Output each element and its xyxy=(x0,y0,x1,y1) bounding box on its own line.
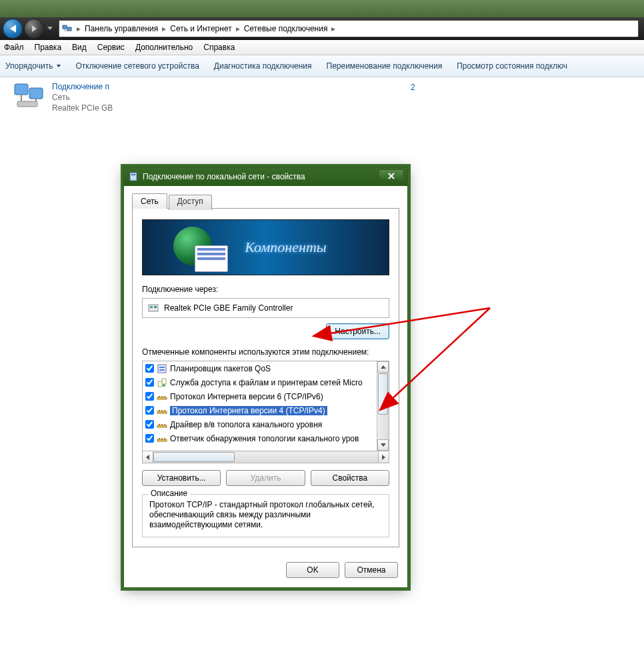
component-name: Ответчик обнаружения топологии канальног… xyxy=(170,434,359,443)
svg-rect-3 xyxy=(29,88,43,99)
svg-rect-25 xyxy=(159,424,160,425)
connection-list-item-2-fragment[interactable]: 2 xyxy=(411,83,415,92)
menu-advanced[interactable]: Дополнительно xyxy=(135,43,193,52)
tab-network[interactable]: Сеть xyxy=(132,193,167,209)
component-row[interactable]: Служба доступа к файлам и принтерам сете… xyxy=(143,375,377,389)
component-row[interactable]: Протокол Интернета версии 6 (TCP/IPv6) xyxy=(143,389,377,403)
tab-access[interactable]: Доступ xyxy=(169,195,212,210)
back-button[interactable] xyxy=(3,19,23,39)
svg-rect-12 xyxy=(159,369,165,371)
svg-rect-0 xyxy=(63,25,67,29)
svg-rect-31 xyxy=(164,438,165,439)
svg-rect-22 xyxy=(161,410,163,411)
vertical-scrollbar[interactable] xyxy=(377,361,389,451)
chevron-down-icon xyxy=(57,65,61,67)
disable-device-button[interactable]: Отключение сетевого устройства xyxy=(75,61,199,71)
ok-button[interactable]: OK xyxy=(286,562,339,578)
dialog-title: Подключение по локальной сети - свойства xyxy=(143,172,305,181)
nav-history-dropdown[interactable] xyxy=(45,19,55,38)
svg-rect-10 xyxy=(158,365,166,373)
connection-adapter: Realtek PCIe GB xyxy=(52,103,113,113)
window-titlebar xyxy=(0,0,644,17)
component-checkbox[interactable] xyxy=(145,406,154,415)
dialog-titlebar[interactable]: Подключение по локальной сети - свойства xyxy=(124,167,407,186)
status-button[interactable]: Просмотр состояния подключ xyxy=(457,61,567,71)
connection-title: Подключение п xyxy=(52,81,113,92)
component-checkbox[interactable] xyxy=(145,364,154,373)
organize-button[interactable]: Упорядочить xyxy=(5,61,61,71)
component-name: Драйвер в/в тополога канального уровня xyxy=(170,420,322,429)
scroll-right-button[interactable] xyxy=(378,451,389,463)
menu-bar: Файл Правка Вид Сервис Дополнительно Спр… xyxy=(0,40,644,55)
horizontal-scrollbar[interactable] xyxy=(142,451,389,463)
components-banner: Компоненты xyxy=(142,219,389,275)
menu-edit[interactable]: Правка xyxy=(35,43,62,52)
component-row[interactable]: Ответчик обнаружения топологии канальног… xyxy=(143,431,377,445)
adapter-name: Realtek PCIe GBE Family Controller xyxy=(164,303,293,313)
component-name: Планировщик пакетов QoS xyxy=(170,364,271,373)
menu-view[interactable]: Вид xyxy=(72,43,87,52)
svg-rect-24 xyxy=(157,425,167,427)
component-row[interactable]: Протокол Интернета версии 4 (TCP/IPv4) xyxy=(143,403,377,417)
cancel-button[interactable]: Отмена xyxy=(345,562,398,578)
component-icon xyxy=(157,405,167,416)
menu-tools[interactable]: Сервис xyxy=(97,43,125,52)
component-checkbox[interactable] xyxy=(145,434,154,443)
dialog-icon xyxy=(128,171,139,182)
svg-rect-13 xyxy=(158,381,162,387)
rename-button[interactable]: Переименование подключения xyxy=(327,61,443,71)
components-listbox[interactable]: Планировщик пакетов QoSСлужба доступа к … xyxy=(142,361,389,451)
scroll-thumb[interactable] xyxy=(378,373,388,415)
diagnose-button[interactable]: Диагностика подключения xyxy=(214,61,312,71)
component-row[interactable]: Планировщик пакетов QoS xyxy=(143,361,377,375)
component-checkbox[interactable] xyxy=(145,420,154,429)
component-checkbox[interactable] xyxy=(145,392,154,401)
breadcrumb-item[interactable]: Панель управления xyxy=(85,24,158,33)
svg-rect-17 xyxy=(159,396,160,397)
connection-network: Сеть xyxy=(52,92,113,103)
svg-rect-11 xyxy=(159,367,165,368)
breadcrumb-item[interactable]: Сеть и Интернет xyxy=(170,24,231,33)
svg-rect-20 xyxy=(157,411,167,413)
address-bar[interactable]: ▸ Панель управления ▸ Сеть и Интернет ▸ … xyxy=(59,20,639,37)
breadcrumb-separator: ▸ xyxy=(330,24,337,33)
menu-help[interactable]: Справка xyxy=(203,43,235,52)
svg-rect-5 xyxy=(130,173,137,181)
component-name: Протокол Интернета версии 4 (TCP/IPv4) xyxy=(170,406,327,415)
scroll-thumb[interactable] xyxy=(153,452,235,462)
svg-point-15 xyxy=(163,384,165,387)
svg-rect-2 xyxy=(15,84,28,95)
description-legend: Описание xyxy=(148,489,190,498)
chevron-right-icon xyxy=(382,455,385,460)
adapter-icon xyxy=(148,303,159,313)
adapter-field[interactable]: Realtek PCIe GBE Family Controller xyxy=(142,298,389,318)
svg-rect-6 xyxy=(131,174,135,175)
arrow-right-icon xyxy=(32,25,37,32)
component-row[interactable]: Драйвер в/в тополога канального уровня xyxy=(143,417,377,431)
menu-file[interactable]: Файл xyxy=(4,43,24,52)
scroll-up-button[interactable] xyxy=(377,361,389,373)
breadcrumb-item[interactable]: Сетевые подключения xyxy=(244,24,328,33)
properties-button[interactable]: Свойства xyxy=(311,470,389,486)
scroll-down-button[interactable] xyxy=(377,439,389,451)
component-checkbox[interactable] xyxy=(145,378,154,387)
tab-strip: Сеть Доступ xyxy=(132,193,399,209)
breadcrumb-separator: ▸ xyxy=(161,24,167,33)
breadcrumb-separator: ▸ xyxy=(235,24,241,33)
component-icon xyxy=(157,419,167,430)
connect-using-label: Подключение через: xyxy=(142,285,389,294)
svg-rect-9 xyxy=(154,306,157,308)
install-button[interactable]: Установить... xyxy=(142,470,221,486)
forward-button[interactable] xyxy=(24,19,44,39)
breadcrumb-separator: ▸ xyxy=(75,24,82,33)
configure-button[interactable]: Настроить... xyxy=(326,323,389,339)
content-area: Подключение п Сеть Realtek PCIe GB 2 Под… xyxy=(0,77,644,660)
chevron-down-icon xyxy=(381,443,386,447)
close-button[interactable] xyxy=(379,169,404,183)
description-text: Протокол TCP/IP - стандартный протокол г… xyxy=(149,500,382,530)
svg-rect-8 xyxy=(150,306,153,308)
svg-rect-23 xyxy=(164,410,165,411)
scroll-left-button[interactable] xyxy=(142,451,153,463)
svg-rect-16 xyxy=(157,397,167,399)
connection-list-item[interactable]: Подключение п Сеть Realtek PCIe GB xyxy=(12,81,212,113)
